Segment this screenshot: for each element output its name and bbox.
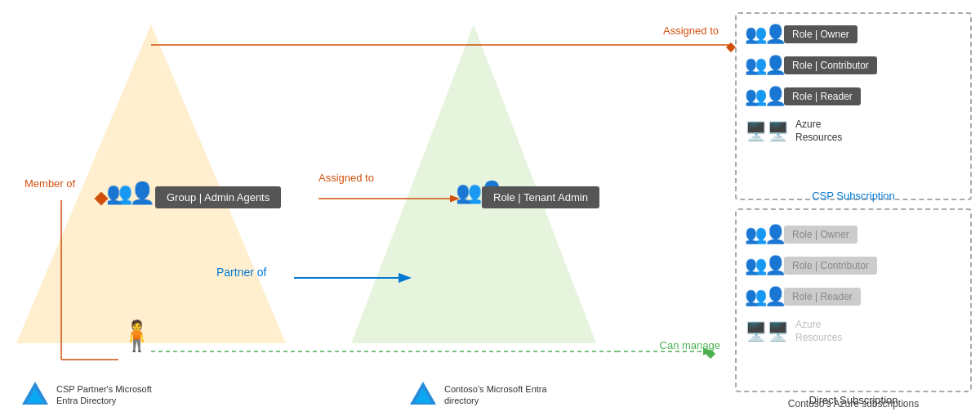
assigned-to-mid-label: Assigned to xyxy=(318,172,374,184)
azure-resources-direct-label: AzureResources xyxy=(795,319,842,344)
contoso-subscriptions-label: Contoso's Azure subscriptions xyxy=(735,398,972,409)
csp-subscription-title: CSP Subscription xyxy=(735,190,972,202)
direct-role-owner-label: Role | Owner xyxy=(784,226,858,244)
diagram-container: Member of 👥👤 Group | Admin Agents Assign… xyxy=(0,0,980,416)
azure-resources-direct-icon: 🖥️🖥️ xyxy=(745,321,789,342)
direct-subscription-box: 👥👤 Role | Owner 👥👤 Role | Contributor 👥👤… xyxy=(735,208,972,392)
azure-resources-direct: 🖥️🖥️ AzureResources xyxy=(745,319,962,344)
role-contributor-label: Role | Contributor xyxy=(784,56,877,74)
member-of-label: Member of xyxy=(24,177,75,190)
tenant-admin-label: Role | Tenant Admin xyxy=(482,186,599,208)
can-manage-label: Can manage xyxy=(660,339,720,351)
azure-resources-csp-icon: 🖥️🖥️ xyxy=(745,121,789,142)
role-reader-row: 👥👤 Role | Reader xyxy=(745,86,962,107)
assigned-to-top-label: Assigned to xyxy=(663,25,719,37)
role-reader-people-icon: 👥👤 xyxy=(745,86,784,107)
direct-role-contributor-people-icon: 👥👤 xyxy=(745,255,784,276)
direct-role-owner-row: 👥👤 Role | Owner xyxy=(745,224,962,245)
partner-of-label: Partner of xyxy=(216,266,266,279)
role-contributor-row: 👥👤 Role | Contributor xyxy=(745,55,962,76)
role-contributor-people-icon: 👥👤 xyxy=(745,55,784,76)
azure-resources-csp-label: AzureResources xyxy=(795,119,842,144)
role-owner-row: 👥👤 Role | Owner xyxy=(745,24,962,45)
direct-role-contributor-label: Role | Contributor xyxy=(784,257,877,275)
group-admin-agents-label: Group | Admin Agents xyxy=(155,186,281,208)
contoso-logo-area: Contoso's Microsoft Entra directory xyxy=(408,380,559,409)
csp-subscription-box: 👥👤 Role | Owner 👥👤 Role | Contributor 👥👤… xyxy=(735,12,972,200)
role-owner-label: Role | Owner xyxy=(784,25,858,43)
contoso-azure-logo xyxy=(408,380,438,409)
csp-azure-logo xyxy=(20,380,50,409)
csp-partner-logo-area: CSP Partner's Microsoft Entra Directory xyxy=(20,380,171,409)
direct-role-contributor-row: 👥👤 Role | Contributor xyxy=(745,255,962,276)
direct-role-owner-people-icon: 👥👤 xyxy=(745,224,784,245)
person-bottom-icon: 🧍 xyxy=(118,319,155,353)
direct-role-reader-row: 👥👤 Role | Reader xyxy=(745,286,962,307)
csp-partner-directory-label: CSP Partner's Microsoft Entra Directory xyxy=(56,383,171,407)
direct-role-reader-label: Role | Reader xyxy=(784,288,861,306)
azure-resources-csp: 🖥️🖥️ AzureResources xyxy=(745,119,962,144)
role-reader-label: Role | Reader xyxy=(784,87,861,105)
direct-role-reader-people-icon: 👥👤 xyxy=(745,286,784,307)
contoso-directory-label: Contoso's Microsoft Entra directory xyxy=(444,383,559,407)
role-owner-people-icon: 👥👤 xyxy=(745,24,784,45)
admin-agents-people-icon: 👥👤 xyxy=(106,180,152,206)
member-of-diamond xyxy=(96,194,106,206)
